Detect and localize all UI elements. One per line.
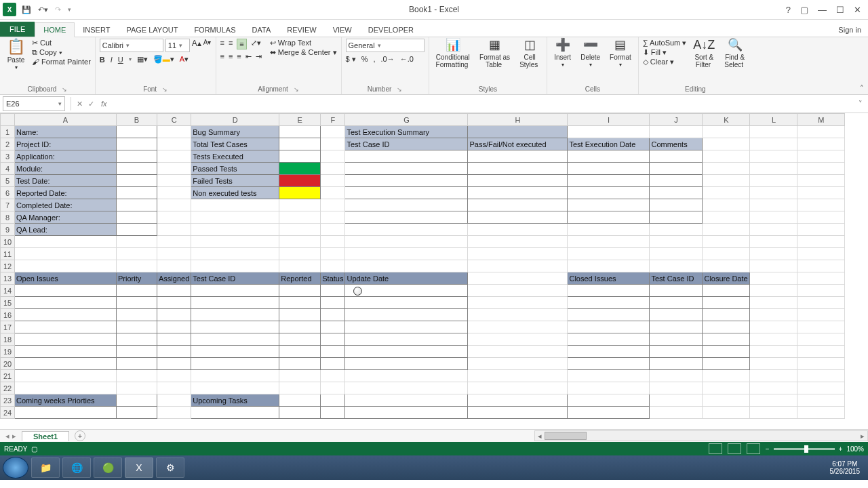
cell[interactable]: [568, 163, 650, 175]
cell[interactable]: [117, 248, 157, 260]
cell[interactable]: Module:: [15, 163, 117, 175]
cell[interactable]: [703, 394, 750, 407]
cell[interactable]: Project ID:: [15, 138, 117, 150]
tab-developer[interactable]: DEVELOPER: [360, 23, 422, 37]
cell[interactable]: Comments: [650, 138, 703, 150]
cell[interactable]: [157, 260, 191, 272]
cell[interactable]: [279, 260, 321, 272]
cell[interactable]: [650, 358, 703, 370]
format-cells-button[interactable]: ▤Format▾: [607, 39, 634, 68]
decrease-decimal-icon[interactable]: ←.0: [400, 55, 414, 64]
cell[interactable]: [279, 126, 321, 138]
cell[interactable]: Upcoming Tasks: [191, 394, 279, 407]
name-box[interactable]: E26▾: [3, 96, 65, 111]
grow-font-icon[interactable]: A▴: [192, 39, 201, 52]
autosum-button[interactable]: ∑ AutoSum ▾: [643, 39, 687, 47]
cell[interactable]: [191, 260, 279, 272]
cell[interactable]: [345, 382, 468, 394]
cell[interactable]: [157, 394, 191, 407]
cell[interactable]: [750, 211, 797, 224]
cell[interactable]: [279, 150, 321, 163]
cell[interactable]: [703, 126, 750, 138]
cell[interactable]: [321, 321, 345, 333]
cell[interactable]: [650, 370, 703, 382]
cell[interactable]: [750, 236, 797, 248]
cell[interactable]: [797, 309, 845, 321]
sheet-tab[interactable]: Sheet1: [22, 431, 69, 441]
cell[interactable]: Test Execution Summary: [345, 126, 468, 138]
wrap-text-button[interactable]: ↩ Wrap Text: [270, 39, 337, 47]
cell[interactable]: [703, 150, 750, 163]
cell[interactable]: [117, 224, 157, 236]
cell[interactable]: [15, 260, 117, 272]
cell[interactable]: [568, 394, 650, 407]
cell[interactable]: Name:: [15, 126, 117, 138]
cell[interactable]: [650, 407, 703, 419]
cell[interactable]: [279, 382, 321, 394]
cell[interactable]: [117, 285, 157, 297]
col-header[interactable]: J: [650, 114, 703, 126]
view-page-layout-icon[interactable]: [728, 443, 741, 454]
taskbar-app2[interactable]: ⚙: [156, 458, 184, 478]
cell[interactable]: [321, 297, 345, 309]
cell[interactable]: [797, 150, 845, 163]
cell[interactable]: [750, 285, 797, 297]
cell[interactable]: [568, 370, 650, 382]
cell[interactable]: [345, 309, 468, 321]
col-header[interactable]: B: [117, 114, 157, 126]
minimize-icon[interactable]: —: [818, 5, 827, 15]
cell[interactable]: [750, 309, 797, 321]
cell[interactable]: Passed Tests: [191, 163, 279, 175]
collapse-ribbon-icon[interactable]: ˄: [860, 84, 864, 93]
cell[interactable]: [345, 394, 468, 407]
row-header[interactable]: 5: [1, 175, 15, 187]
cell[interactable]: [703, 333, 750, 346]
cell[interactable]: [750, 358, 797, 370]
cell[interactable]: [191, 224, 279, 236]
cell[interactable]: [750, 260, 797, 272]
cell[interactable]: [157, 382, 191, 394]
cell[interactable]: [568, 346, 650, 358]
cell[interactable]: [157, 285, 191, 297]
cell[interactable]: [279, 224, 321, 236]
cell[interactable]: [345, 358, 468, 370]
cell[interactable]: [703, 370, 750, 382]
cell[interactable]: [15, 370, 117, 382]
cell[interactable]: [321, 224, 345, 236]
align-right-icon[interactable]: ≡: [237, 52, 241, 61]
cell[interactable]: [279, 333, 321, 346]
row-header[interactable]: 21: [1, 370, 15, 382]
cell[interactable]: [650, 382, 703, 394]
align-top-icon[interactable]: ≡: [220, 39, 224, 49]
view-normal-icon[interactable]: [709, 443, 722, 454]
cell[interactable]: [157, 370, 191, 382]
cell[interactable]: Update Date: [345, 272, 468, 285]
cell[interactable]: [568, 199, 650, 211]
cell[interactable]: [797, 163, 845, 175]
cell[interactable]: [321, 175, 345, 187]
cell[interactable]: [321, 358, 345, 370]
cell[interactable]: [703, 285, 750, 297]
cell[interactable]: [703, 321, 750, 333]
cell[interactable]: [321, 126, 345, 138]
cell[interactable]: [797, 199, 845, 211]
cell[interactable]: [321, 407, 345, 419]
cell[interactable]: [703, 211, 750, 224]
cell[interactable]: [650, 260, 703, 272]
cell[interactable]: [797, 211, 845, 224]
formula-input[interactable]: [111, 96, 853, 111]
cell[interactable]: [117, 297, 157, 309]
cell[interactable]: [797, 126, 845, 138]
cell[interactable]: [279, 248, 321, 260]
cell[interactable]: Test Date:: [15, 175, 117, 187]
sheet-nav-next-icon[interactable]: ▸: [12, 432, 16, 441]
cell[interactable]: [191, 297, 279, 309]
cell[interactable]: [345, 321, 468, 333]
cell[interactable]: Assigned: [157, 272, 191, 285]
cell[interactable]: [468, 382, 568, 394]
cell[interactable]: [117, 358, 157, 370]
cell[interactable]: [345, 163, 468, 175]
cell[interactable]: [703, 187, 750, 199]
tab-data[interactable]: DATA: [244, 23, 279, 37]
cell[interactable]: [797, 358, 845, 370]
